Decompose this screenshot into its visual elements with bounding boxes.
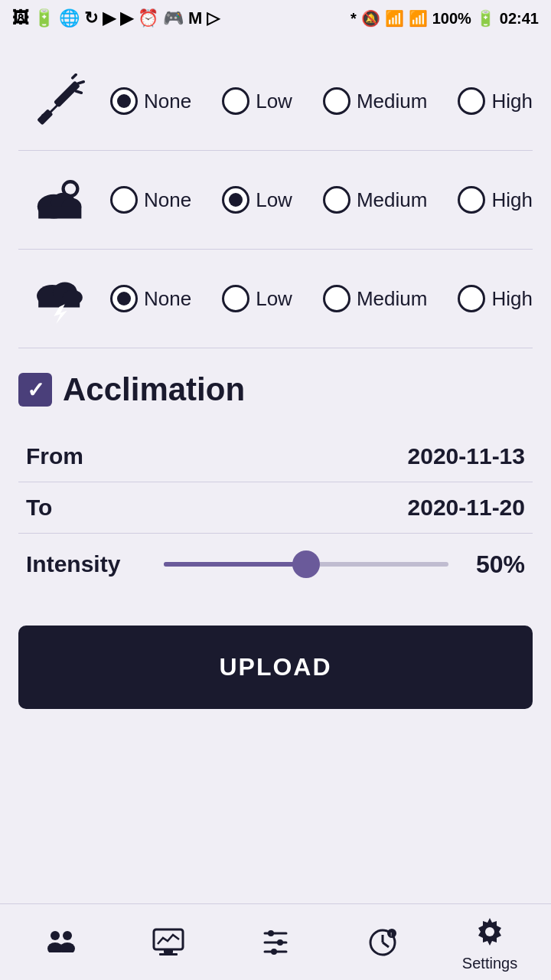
wifi-icon: 📶: [385, 9, 404, 28]
cloud-none-radio[interactable]: [110, 186, 138, 214]
storm-none-radio[interactable]: [110, 285, 138, 312]
gamepad-icon: 🎮: [163, 8, 184, 28]
storm-medium-label: Medium: [357, 287, 427, 311]
gallery-icon: 🖼: [12, 8, 29, 28]
settings-nav-label: Settings: [462, 955, 517, 972]
clock-icon: !: [366, 926, 399, 959]
svg-point-3: [41, 114, 47, 119]
sync-icon: ↻: [84, 8, 98, 28]
acclimation-checkbox[interactable]: [18, 373, 52, 407]
from-label: From: [26, 443, 83, 469]
mail-icon: M: [188, 8, 202, 28]
nav-item-sliders[interactable]: [222, 923, 329, 962]
light-none-radio[interactable]: [110, 87, 138, 115]
light-high-option[interactable]: High: [458, 87, 532, 115]
svg-point-30: [277, 939, 283, 946]
acclimation-title: Acclimation: [18, 371, 533, 408]
bottom-nav: ! Settings: [0, 903, 551, 980]
nav-item-clock[interactable]: !: [329, 923, 436, 962]
svg-point-8: [65, 183, 76, 194]
status-icons-right: * 🔕 📶 📶 100% 🔋 02:41: [350, 9, 539, 28]
light-none-label: None: [144, 90, 191, 113]
acclimation-label: Acclimation: [63, 371, 245, 408]
battery-text: 100%: [432, 10, 471, 28]
storm-high-label: High: [491, 287, 532, 311]
people-icon: [44, 926, 78, 959]
acclimation-section: Acclimation From 2020-11-13 To 2020-11-2…: [18, 348, 533, 610]
light-low-label: Low: [256, 90, 292, 113]
svg-line-34: [383, 942, 389, 947]
svg-point-31: [271, 949, 277, 955]
setting-row-storm: None Low Medium High: [18, 250, 533, 348]
svg-line-6: [76, 91, 81, 93]
settings-nav-icon: [470, 912, 510, 952]
svg-point-18: [51, 931, 60, 940]
browser-icon: 🌐: [59, 8, 80, 28]
svg-rect-24: [164, 949, 173, 953]
cloud-low-label: Low: [256, 188, 292, 212]
cloud-low-option[interactable]: Low: [222, 186, 292, 214]
storm-low-option[interactable]: Low: [222, 285, 292, 312]
svg-text:!: !: [390, 931, 392, 938]
sliders-nav-icon: [256, 923, 295, 962]
nav-item-people[interactable]: [8, 923, 115, 962]
nav-item-monitor[interactable]: [115, 923, 222, 962]
intensity-slider-track: [164, 562, 448, 567]
time-display: 02:41: [500, 10, 539, 28]
light-high-label: High: [491, 90, 532, 113]
cloud-medium-option[interactable]: Medium: [323, 186, 427, 214]
cloud-medium-radio[interactable]: [323, 186, 350, 214]
cloud-high-option[interactable]: High: [458, 186, 532, 214]
light-medium-option[interactable]: Medium: [323, 87, 427, 115]
to-row: To 2020-11-20: [18, 482, 533, 533]
intensity-slider-fill: [164, 562, 306, 567]
light-low-option[interactable]: Low: [222, 87, 292, 115]
main-content: None Low Medium High: [0, 37, 551, 903]
storm-medium-option[interactable]: Medium: [323, 285, 427, 312]
from-row: From 2020-11-13: [18, 431, 533, 482]
svg-rect-22: [47, 952, 75, 956]
to-value[interactable]: 2020-11-20: [408, 495, 525, 521]
play-icon: ▷: [207, 8, 220, 28]
status-icons-left: 🖼 🔋 🌐 ↻ ▶ ▶ ⏰ 🎮 M ▷: [12, 8, 220, 28]
alarm-icon: ⏰: [138, 8, 158, 28]
cloud-high-label: High: [491, 188, 532, 212]
storm-low-radio[interactable]: [222, 285, 249, 312]
status-bar: 🖼 🔋 🌐 ↻ ▶ ▶ ⏰ 🎮 M ▷ * 🔕 📶 📶 100% 🔋 02:41: [0, 0, 551, 37]
cloud-high-radio[interactable]: [458, 186, 485, 214]
svg-point-29: [268, 930, 274, 936]
intensity-slider-thumb[interactable]: [292, 550, 320, 578]
nav-item-settings[interactable]: Settings: [436, 912, 543, 972]
storm-icon-area: [18, 271, 103, 326]
battery-icon: 🔋: [476, 9, 495, 28]
mute-icon: 🔕: [361, 9, 380, 28]
storm-medium-radio[interactable]: [323, 285, 350, 312]
cloud-sun-icon-area: [18, 172, 103, 227]
svg-line-4: [73, 74, 76, 77]
light-medium-radio[interactable]: [323, 87, 350, 115]
storm-icon: [33, 271, 88, 326]
light-none-option[interactable]: None: [110, 87, 191, 115]
cloud-none-label: None: [144, 188, 191, 212]
to-label: To: [26, 495, 52, 521]
light-icon: [33, 74, 88, 129]
light-high-radio[interactable]: [458, 87, 485, 115]
storm-high-option[interactable]: High: [458, 285, 532, 312]
storm-none-option[interactable]: None: [110, 285, 191, 312]
setting-row-light: None Low Medium High: [18, 52, 533, 150]
cloud-low-radio[interactable]: [222, 186, 249, 214]
from-value[interactable]: 2020-11-13: [408, 443, 525, 469]
svg-rect-0: [54, 80, 80, 107]
svg-point-38: [485, 927, 494, 936]
storm-high-radio[interactable]: [458, 285, 485, 312]
svg-point-20: [63, 931, 72, 940]
upload-button[interactable]: UPLOAD: [18, 626, 533, 709]
intensity-slider-container: [164, 549, 448, 580]
light-low-radio[interactable]: [222, 87, 249, 115]
svg-rect-12: [38, 207, 81, 219]
svg-line-5: [78, 82, 83, 83]
light-medium-label: Medium: [357, 90, 427, 113]
clock-nav-icon: !: [363, 923, 403, 962]
cloud-none-option[interactable]: None: [110, 186, 191, 214]
storm-none-label: None: [144, 287, 191, 311]
